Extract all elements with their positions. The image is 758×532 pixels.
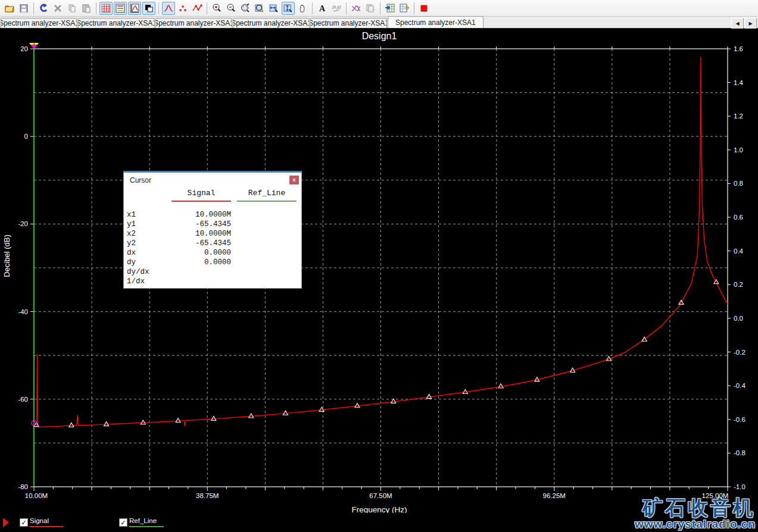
zoom-horizontal-icon[interactable] [267, 2, 280, 15]
tab-spectrum-analyzer-1[interactable]: Spectrum analyzer-XSA1 [1, 18, 77, 28]
signal-markers [34, 280, 719, 427]
y-left-tick-label: 0 [24, 133, 28, 140]
line-point-trace-icon[interactable] [191, 2, 204, 15]
zoom-area-icon[interactable] [239, 2, 252, 15]
y-left-tick-label: -40 [18, 308, 28, 315]
cursor-table-row: 1/dx [124, 277, 301, 287]
legend-color-line [129, 526, 164, 527]
black-white-icon[interactable] [142, 2, 155, 15]
svg-text:(x,y): (x,y) [332, 4, 341, 10]
legend-color-line [30, 526, 63, 527]
line-trace-icon[interactable] [162, 2, 175, 15]
cursor-values-icon[interactable]: (x,y) [330, 2, 343, 15]
trace-marker-triangle [69, 423, 74, 427]
y-right-tick-label: 1.6 [734, 45, 743, 52]
toolbar-separator [207, 2, 207, 14]
zoom-out-icon[interactable] [224, 2, 238, 15]
refline-underline [237, 201, 297, 202]
undo-icon[interactable] [37, 2, 50, 15]
tab-spectrum-analyzer-2[interactable]: Spectrum analyzer-XSA1 [78, 18, 155, 28]
tab-spectrum-analyzer-6[interactable]: Spectrum analyzer-XSA1 [388, 16, 484, 28]
y-right-tick-label: 0.0 [734, 315, 743, 322]
toolbar: A (x,y) [0, 0, 758, 17]
toolbar-separator [312, 2, 313, 14]
tab-scroll-buttons: ◀ ▶ [731, 18, 757, 29]
trace-select-arrow-icon[interactable] [3, 518, 9, 527]
cursor-table-row: dy/dx [124, 268, 301, 277]
x-tick-label: 96.25M [543, 492, 566, 499]
tab-spectrum-analyzer-3[interactable]: Spectrum analyzer-XSA1 [155, 18, 232, 28]
legend-checkbox[interactable]: ✓ [119, 518, 127, 527]
tab-spectrum-analyzer-4[interactable]: Spectrum analyzer-XSA1 [233, 18, 310, 28]
tab-scroll-right-icon[interactable]: ▶ [744, 18, 757, 29]
x-tick-label: 67.50M [369, 492, 392, 499]
open-icon[interactable] [3, 2, 16, 15]
signal-underline [171, 201, 231, 202]
toolbar-separator [33, 2, 34, 14]
cursor-table-row: x210.0000M [124, 230, 301, 239]
y-right-tick-label: 0.2 [734, 281, 743, 288]
y-right-tick-label: 0.8 [734, 180, 743, 187]
legend-label: Ref_Line [129, 517, 157, 524]
y-right-tick-label: -0.2 [734, 349, 745, 356]
y-axis-title: Decibel (dB) [2, 234, 11, 277]
y-right-tick-label: 1.2 [734, 112, 743, 120]
trace-marker-triangle [211, 416, 216, 420]
tab-bar: Spectrum analyzer-XSA1Spectrum analyzer-… [0, 17, 758, 29]
watermark-url-text: www.crystalradio.cn [635, 518, 756, 530]
svg-text:A: A [319, 4, 326, 13]
stop-icon[interactable] [417, 2, 431, 15]
export-excel-icon[interactable] [383, 2, 397, 15]
show-traces-icon[interactable] [128, 2, 141, 15]
pan-hand-icon[interactable] [296, 2, 309, 15]
trace-marker-triangle [176, 418, 180, 423]
watermark-cn-text: 矿石收音机 [635, 497, 756, 518]
tab-spectrum-analyzer-5[interactable]: Spectrum analyzer-XSA1 [310, 18, 387, 28]
copy-icon[interactable] [65, 2, 79, 15]
y-left-tick-label: -20 [18, 220, 28, 227]
paste-icon[interactable] [80, 2, 93, 15]
cursor-window-top-border [123, 171, 302, 173]
y-right-tick-label: -0.6 [734, 416, 745, 423]
cursor-table-row: dx0.0000 [124, 249, 301, 258]
trace-marker-triangle [391, 399, 396, 403]
overlay-traces-icon[interactable] [350, 2, 363, 15]
add-text-icon[interactable]: A [316, 2, 329, 15]
cursor-table-row: x110.0000M [124, 211, 301, 220]
cursor-window-title: Cursor [130, 176, 151, 184]
zoom-in-icon[interactable] [210, 2, 223, 15]
trace-marker-triangle [498, 384, 503, 388]
export-pages-icon[interactable] [364, 2, 377, 15]
cursor-col-signal: Signal [171, 189, 231, 198]
show-grid-icon[interactable] [99, 2, 113, 15]
show-legend-icon[interactable] [114, 2, 127, 15]
delete-icon[interactable] [51, 2, 64, 15]
cursor-table-row: y1-65.4345 [124, 220, 301, 230]
y-left-tick-label: -80 [18, 483, 28, 490]
toolbar-separator [158, 2, 159, 14]
cursor-flag-number: 1 [33, 41, 35, 45]
cursor-flag-icon[interactable] [30, 45, 38, 49]
legend-checkbox[interactable]: ✓ [20, 518, 28, 527]
trace-marker-triangle [141, 420, 145, 424]
export-mathcad-icon[interactable] [398, 2, 411, 15]
cursor-col-refline: Ref_Line [237, 189, 297, 198]
toolbar-separator [346, 2, 347, 14]
x-tick-label: 10.00M [25, 492, 48, 499]
close-icon[interactable]: x [289, 176, 299, 184]
y-right-tick-label: -1.0 [734, 483, 745, 490]
cursor-table-row: y2-65.4345 [124, 239, 301, 249]
toolbar-separator [96, 2, 96, 14]
chart-area: Design1Decibel (dB)Frequency (Hz)200-20-… [0, 29, 758, 532]
y-right-tick-label: 1.4 [734, 79, 744, 86]
save-icon[interactable] [17, 2, 30, 15]
y-left-tick-label: -60 [18, 396, 28, 403]
cursor-table-row: dy0.0000 [124, 258, 301, 268]
zoom-fit-icon[interactable] [282, 2, 295, 15]
cursor-window[interactable]: Cursor x Signal Ref_Line x110.0000My1-65… [123, 171, 302, 289]
y-right-tick-label: -0.8 [734, 449, 745, 456]
toolbar-separator [414, 2, 414, 14]
zoom-select-icon[interactable] [253, 2, 266, 15]
tab-scroll-left-icon[interactable]: ◀ [731, 18, 744, 29]
point-trace-icon[interactable] [176, 2, 189, 15]
